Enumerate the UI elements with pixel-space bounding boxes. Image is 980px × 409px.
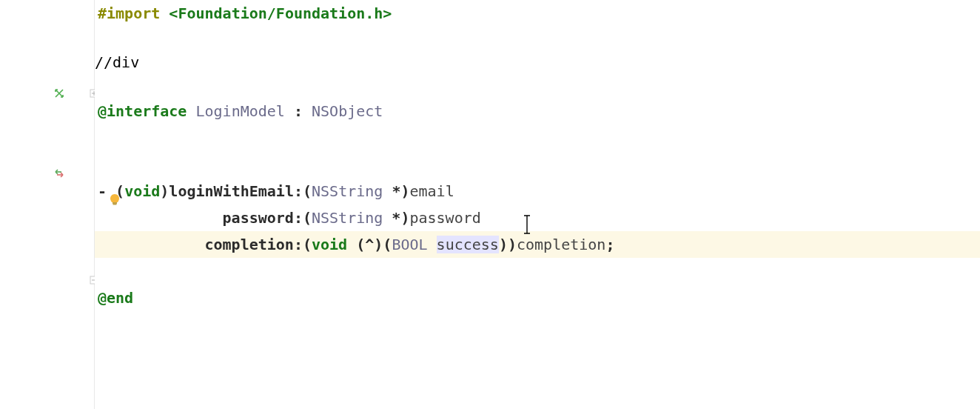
gutter-row — [0, 0, 94, 27]
swap-icon[interactable] — [53, 167, 65, 179]
gutter-row — [0, 267, 94, 293]
superclass-name: NSObject — [312, 102, 383, 120]
code-line[interactable] — [95, 124, 980, 151]
gutter-row — [0, 53, 94, 80]
gutter-row — [0, 240, 94, 267]
param-success-selected: success — [437, 236, 499, 253]
svg-rect-1 — [113, 202, 117, 204]
code-line[interactable] — [95, 151, 980, 178]
code-line[interactable] — [95, 27, 980, 53]
svg-rect-2 — [113, 204, 117, 205]
param-completion: completion — [517, 236, 605, 253]
class-name: LoginModel — [195, 102, 284, 120]
gutter-row — [0, 187, 94, 213]
code-line[interactable]: #import <Foundation/Foundation.h> — [95, 0, 980, 27]
selector-part: completion: — [205, 236, 303, 253]
code-line[interactable] — [95, 71, 980, 98]
intention-bulb-icon[interactable] — [107, 193, 122, 207]
code-line[interactable]: password:(NSString *)password — [95, 204, 980, 231]
header-literal: <Foundation/Foundation.h> — [169, 4, 392, 22]
code-line-active[interactable]: completion:(void (^)(BOOL success))compl… — [95, 231, 980, 258]
code-line[interactable]: @interface LoginModel : NSObject — [95, 98, 980, 124]
keyword-interface: @interface — [98, 102, 187, 120]
gutter-row — [0, 213, 94, 240]
navigate-icon[interactable] — [53, 87, 65, 99]
code-line[interactable] — [95, 258, 980, 285]
gutter-row — [0, 27, 94, 53]
code-editor: #import <Foundation/Foundation.h> //div … — [0, 0, 980, 409]
selector-part: loginWithEmail: — [169, 182, 303, 200]
gutter — [0, 0, 95, 409]
gutter-row — [0, 107, 94, 133]
code-line[interactable]: - (void)loginWithEmail:(NSString *)email — [95, 178, 980, 204]
selector-part: password: — [223, 209, 303, 227]
code-line[interactable]: @end — [95, 285, 980, 311]
gutter-row — [0, 160, 94, 187]
param-password: password — [409, 209, 480, 227]
directive-import: #import — [98, 4, 160, 22]
keyword-end: @end — [98, 289, 133, 307]
param-email: email — [409, 182, 454, 200]
gutter-row — [0, 133, 94, 160]
code-area[interactable]: #import <Foundation/Foundation.h> //div … — [95, 0, 980, 409]
gutter-row — [0, 80, 94, 107]
